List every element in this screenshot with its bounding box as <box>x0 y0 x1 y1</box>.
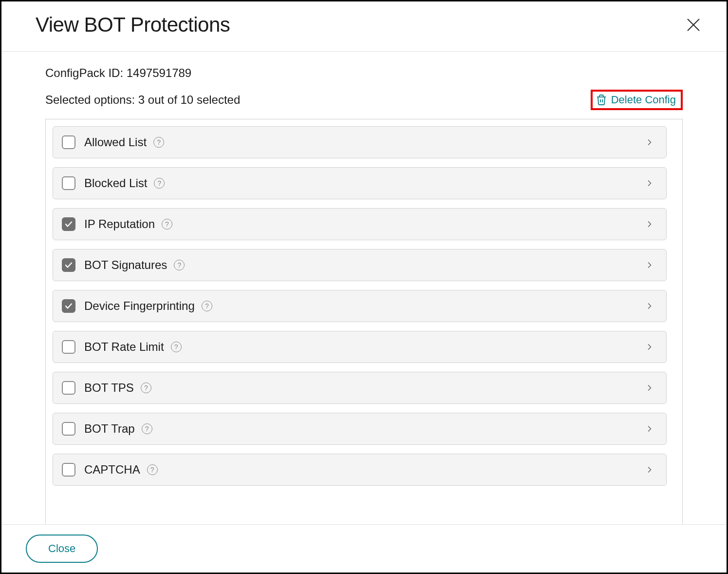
chevron-right-icon <box>645 301 654 311</box>
option-label: BOT Trap <box>84 422 135 436</box>
option-label: BOT Rate Limit <box>84 340 164 354</box>
help-icon[interactable]: ? <box>162 219 172 230</box>
options-summary-row: Selected options: 3 out of 10 selected D… <box>45 90 683 110</box>
help-icon[interactable]: ? <box>202 301 212 311</box>
selected-options-label: Selected options: 3 out of 10 selected <box>45 93 240 107</box>
chevron-right-icon <box>645 137 654 147</box>
option-label: CAPTCHA <box>84 463 140 477</box>
option-checkbox[interactable] <box>62 217 75 231</box>
help-icon[interactable]: ? <box>147 464 158 475</box>
check-icon <box>64 220 73 229</box>
chevron-right-icon <box>645 260 654 270</box>
option-label: Allowed List <box>84 135 147 149</box>
delete-config-button[interactable]: Delete Config <box>591 90 683 110</box>
option-checkbox[interactable] <box>62 258 75 272</box>
option-row[interactable]: BOT Rate Limit? <box>53 331 667 363</box>
option-label: Blocked List <box>84 176 147 190</box>
option-row[interactable]: Allowed List? <box>53 126 667 158</box>
option-row[interactable]: Blocked List? <box>53 167 667 199</box>
modal-header: View BOT Protections <box>1 1 727 52</box>
chevron-right-icon <box>645 424 654 434</box>
option-row[interactable]: IP Reputation? <box>53 208 667 240</box>
option-row[interactable]: BOT TPS? <box>53 372 667 404</box>
options-list-container: Allowed List?Blocked List?IP Reputation?… <box>45 119 683 524</box>
modal-title: View BOT Protections <box>36 13 230 37</box>
option-row[interactable]: BOT Signatures? <box>53 249 667 281</box>
check-icon <box>64 261 73 269</box>
option-row[interactable]: BOT Trap? <box>53 413 667 445</box>
option-checkbox[interactable] <box>62 176 75 190</box>
help-icon[interactable]: ? <box>141 383 151 393</box>
check-icon <box>64 302 73 310</box>
option-checkbox[interactable] <box>62 299 75 313</box>
configpack-id: ConfigPack ID: 1497591789 <box>45 66 683 80</box>
option-row[interactable]: Device Fingerprinting? <box>53 290 667 322</box>
delete-config-label: Delete Config <box>611 94 676 106</box>
view-bot-protections-modal: View BOT Protections ConfigPack ID: 1497… <box>0 0 728 574</box>
option-label: BOT Signatures <box>84 258 167 272</box>
option-checkbox[interactable] <box>62 340 75 354</box>
option-label: IP Reputation <box>84 217 155 231</box>
option-row[interactable]: CAPTCHA? <box>53 454 667 486</box>
trash-icon <box>596 94 607 106</box>
chevron-right-icon <box>645 342 654 352</box>
help-icon[interactable]: ? <box>174 260 185 270</box>
chevron-right-icon <box>645 219 654 229</box>
chevron-right-icon <box>645 383 654 393</box>
help-icon[interactable]: ? <box>154 178 165 189</box>
options-list[interactable]: Allowed List?Blocked List?IP Reputation?… <box>53 126 672 524</box>
option-checkbox[interactable] <box>62 135 75 149</box>
option-label: Device Fingerprinting <box>84 299 195 313</box>
option-checkbox[interactable] <box>62 463 75 477</box>
option-checkbox[interactable] <box>62 422 75 436</box>
help-icon[interactable]: ? <box>153 137 164 148</box>
close-icon[interactable] <box>685 16 702 34</box>
modal-body: ConfigPack ID: 1497591789 Selected optio… <box>1 52 727 524</box>
help-icon[interactable]: ? <box>171 342 182 352</box>
close-button[interactable]: Close <box>26 535 98 563</box>
option-label: BOT TPS <box>84 381 134 395</box>
chevron-right-icon <box>645 465 654 475</box>
chevron-right-icon <box>645 178 654 188</box>
modal-footer: Close <box>1 524 727 573</box>
option-checkbox[interactable] <box>62 381 75 395</box>
help-icon[interactable]: ? <box>142 423 152 434</box>
